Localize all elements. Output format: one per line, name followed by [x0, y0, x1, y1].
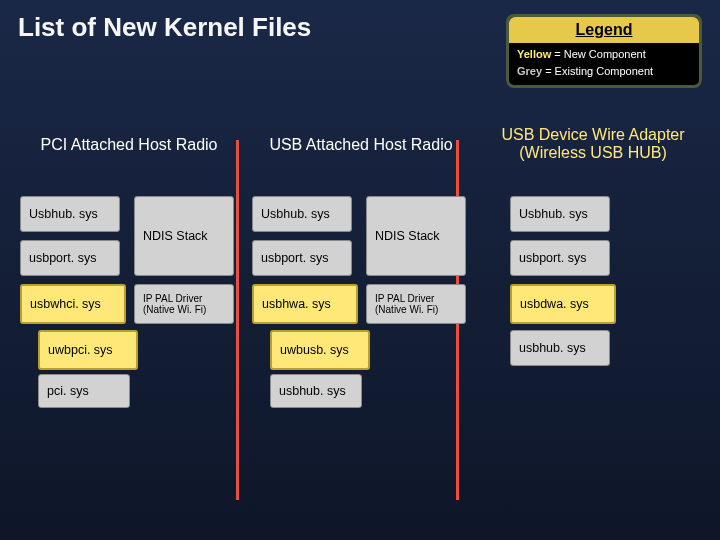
column-pci: PCI Attached Host Radio Usbhub. sys usbp… — [20, 140, 238, 496]
box-usbhub: Usbhub. sys — [510, 196, 610, 232]
box-ndis-stack: NDIS Stack — [366, 196, 466, 276]
legend-yellow-label: Yellow — [517, 48, 551, 60]
column-heading-pci: PCI Attached Host Radio — [20, 136, 238, 154]
box-usbport: usbport. sys — [20, 240, 120, 276]
box-pci: pci. sys — [38, 374, 130, 408]
box-usbhub-lower: usbhub. sys — [270, 374, 362, 408]
column-device-wire-adapter: USB Device Wire Adapter (Wireless USB HU… — [484, 140, 702, 496]
box-usbport: usbport. sys — [510, 240, 610, 276]
box-usbhub: Usbhub. sys — [252, 196, 352, 232]
page-title: List of New Kernel Files — [18, 12, 311, 43]
box-usbhub: Usbhub. sys — [20, 196, 120, 232]
box-uwbusb: uwbusb. sys — [270, 330, 370, 370]
legend-row-grey: Grey = Existing Component — [509, 62, 699, 79]
legend-box: Legend Yellow = New Component Grey = Exi… — [506, 14, 702, 88]
box-ndis-stack: NDIS Stack — [134, 196, 234, 276]
column-content-usb: Usbhub. sys usbport. sys usbhwa. sys uwb… — [252, 196, 470, 496]
box-usbwhci: usbwhci. sys — [20, 284, 126, 324]
legend-body: Yellow = New Component Grey = Existing C… — [509, 43, 699, 85]
legend-row-yellow: Yellow = New Component — [509, 45, 699, 62]
columns-container: PCI Attached Host Radio Usbhub. sys usbp… — [20, 140, 710, 496]
legend-title: Legend — [509, 17, 699, 43]
box-usbhub-lower: usbhub. sys — [510, 330, 610, 366]
box-ip-pal: IP PAL Driver (Native Wi. Fi) — [134, 284, 234, 324]
column-content-dwa: Usbhub. sys usbport. sys usbdwa. sys usb… — [484, 196, 702, 496]
legend-grey-label: Grey — [517, 65, 542, 77]
box-usbdwa: usbdwa. sys — [510, 284, 616, 324]
box-usbhwa: usbhwa. sys — [252, 284, 358, 324]
column-usb: USB Attached Host Radio Usbhub. sys usbp… — [252, 140, 470, 496]
column-heading-usb: USB Attached Host Radio — [252, 136, 470, 154]
legend-grey-desc: = Existing Component — [542, 65, 653, 77]
box-ip-pal: IP PAL Driver (Native Wi. Fi) — [366, 284, 466, 324]
column-heading-dwa: USB Device Wire Adapter (Wireless USB HU… — [484, 126, 702, 162]
box-usbport: usbport. sys — [252, 240, 352, 276]
box-uwbpci: uwbpci. sys — [38, 330, 138, 370]
column-content-pci: Usbhub. sys usbport. sys usbwhci. sys uw… — [20, 196, 238, 496]
legend-yellow-desc: = New Component — [551, 48, 645, 60]
